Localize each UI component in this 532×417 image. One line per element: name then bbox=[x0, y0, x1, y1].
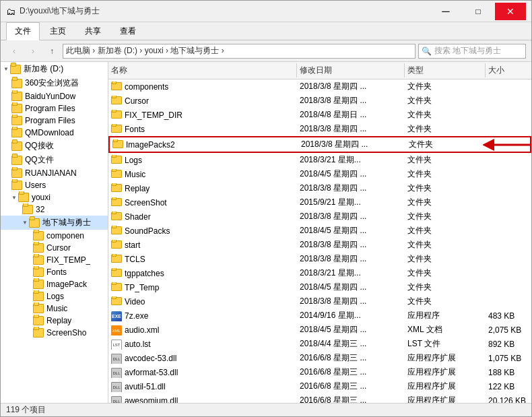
file-row[interactable]: tgppatches 2018/3/21 星期... 文件夹 bbox=[108, 266, 531, 280]
sidebar-item-cursor[interactable]: Cursor bbox=[1, 242, 108, 254]
file-row[interactable]: Fonts 2018/3/8 星期四 ... 文件夹 bbox=[108, 122, 531, 136]
sidebar-item-label: 地下城与勇士 bbox=[42, 217, 91, 228]
file-row[interactable]: TP_Temp 2018/4/5 星期四 ... 文件夹 bbox=[108, 280, 531, 294]
file-row[interactable]: Logs 2018/3/21 星期... 文件夹 bbox=[108, 153, 531, 167]
sidebar-item-label: ImagePack bbox=[46, 280, 87, 289]
file-name: avutil-51.dll bbox=[125, 382, 166, 391]
sidebar-item-users[interactable]: Users bbox=[1, 179, 108, 191]
maximize-button[interactable]: □ bbox=[463, 3, 494, 20]
file-row[interactable]: LST auto.lst 2018/4/4 星期三 ... LST 文件 892… bbox=[108, 337, 531, 351]
file-name: Logs bbox=[125, 156, 142, 165]
file-name: auto.lst bbox=[125, 340, 151, 349]
ribbon-tabs: 文件 主页 共享 查看 bbox=[1, 22, 531, 40]
file-row[interactable]: DLL avutil-51.dll 2016/6/8 星期三 ... 应用程序扩… bbox=[108, 379, 531, 393]
file-name: 7z.exe bbox=[125, 311, 148, 321]
sidebar-item-label: ScreenSho bbox=[46, 328, 86, 338]
sidebar-item-label: youxi bbox=[32, 193, 51, 202]
sidebar-item-label: Fonts bbox=[46, 267, 67, 277]
file-row[interactable]: EXE 7z.exe 2014/9/16 星期... 应用程序 483 KB bbox=[108, 309, 531, 323]
address-bar: ‹ › ↑ 此电脑 › 新加卷 (D:) › youxi › 地下城与勇士 › … bbox=[1, 40, 531, 62]
sidebar-item-progfiles1[interactable]: Program Files bbox=[1, 102, 108, 115]
minimize-button[interactable]: ─ bbox=[430, 3, 461, 20]
tab-file[interactable]: 文件 bbox=[6, 22, 40, 40]
file-name: TP_Temp bbox=[125, 283, 159, 292]
title-text: D:\youxi\地下城与勇士 bbox=[20, 5, 430, 17]
file-name: tgppatches bbox=[125, 269, 164, 278]
sidebar-item-label: Music bbox=[46, 304, 67, 313]
sidebar-item-label: 32 bbox=[36, 205, 44, 214]
ribbon: 文件 主页 共享 查看 bbox=[1, 22, 531, 40]
sidebar-item-qm[interactable]: QMDownload bbox=[1, 127, 108, 139]
sidebar-item-youxi[interactable]: ▼ youxi bbox=[1, 191, 108, 203]
sidebar-item-screenshot[interactable]: ScreenSho bbox=[1, 327, 108, 339]
sidebar-item-game[interactable]: ▼ 地下城与勇士 bbox=[1, 216, 108, 230]
sidebar-item-fixtemp[interactable]: FIX_TEMP_ bbox=[1, 254, 108, 266]
file-list-area: 名称 修改日期 类型 大小 components 2018/3/8 星期四 bbox=[108, 62, 531, 403]
header-name[interactable]: 名称 bbox=[108, 63, 297, 77]
header-size[interactable]: 大小 bbox=[486, 63, 531, 77]
file-row[interactable]: ScreenShot 2015/9/21 星期... 文件夹 bbox=[108, 195, 531, 210]
sidebar-item-label: BaiduYunDow bbox=[25, 92, 75, 101]
sidebar-item-32[interactable]: 32 bbox=[1, 203, 108, 216]
sidebar-item-label: FIX_TEMP_ bbox=[46, 255, 90, 265]
file-row[interactable]: Music 2018/4/5 星期四 ... 文件夹 bbox=[108, 167, 531, 181]
tab-share[interactable]: 共享 bbox=[76, 22, 110, 40]
file-row[interactable]: FIX_TEMP_DIR 2018/4/8 星期日 ... 文件夹 bbox=[108, 108, 531, 122]
file-row[interactable]: Replay 2018/3/8 星期四 ... 文件夹 bbox=[108, 181, 531, 195]
file-row[interactable]: XML audio.xml 2018/4/5 星期四 ... XML 文档 2,… bbox=[108, 323, 531, 337]
sidebar-item-label: componen bbox=[46, 231, 84, 240]
file-name: components bbox=[125, 82, 168, 92]
status-text: 119 个项目 bbox=[6, 404, 46, 416]
file-name: Fonts bbox=[125, 125, 145, 134]
file-list-header: 名称 修改日期 类型 大小 bbox=[108, 62, 531, 79]
sidebar-item-ruan[interactable]: RUANJIANAN bbox=[1, 167, 108, 179]
file-name: start bbox=[125, 240, 140, 250]
search-box[interactable]: 🔍 搜索 地下城与勇士 bbox=[418, 44, 526, 59]
file-row[interactable]: components 2018/3/8 星期四 ... 文件夹 bbox=[108, 79, 531, 94]
file-row[interactable]: start 2018/3/8 星期四 ... 文件夹 bbox=[108, 238, 531, 252]
file-name: Cursor bbox=[125, 96, 149, 106]
forward-button[interactable]: › bbox=[25, 43, 41, 59]
file-row[interactable]: Shader 2018/3/8 星期四 ... 文件夹 bbox=[108, 210, 531, 224]
sidebar-item-label: Logs bbox=[46, 292, 64, 301]
tab-view[interactable]: 查看 bbox=[111, 22, 145, 40]
red-arrow-indicator bbox=[483, 137, 531, 153]
header-type[interactable]: 类型 bbox=[405, 63, 486, 77]
sidebar-item-progfiles2[interactable]: Program Files bbox=[1, 115, 108, 127]
file-row[interactable]: DLL awesomium.dll 2016/6/8 星期三 ... 应用程序扩… bbox=[108, 393, 531, 403]
header-date[interactable]: 修改日期 bbox=[297, 63, 405, 77]
sidebar-item-label: QQ文件 bbox=[25, 154, 54, 166]
sidebar-item-label: 新加卷 (D:) bbox=[24, 63, 63, 75]
sidebar-item-drive[interactable]: ▼ 新加卷 (D:) bbox=[1, 62, 108, 76]
file-name: audio.xml bbox=[125, 325, 159, 335]
up-button[interactable]: ↑ bbox=[44, 43, 60, 59]
file-row[interactable]: Cursor 2018/3/8 星期四 ... 文件夹 bbox=[108, 94, 531, 108]
sidebar-item-music[interactable]: Music bbox=[1, 302, 108, 315]
sidebar-item-fonts[interactable]: Fonts bbox=[1, 266, 108, 278]
sidebar-item-comp[interactable]: componen bbox=[1, 230, 108, 242]
tab-home[interactable]: 主页 bbox=[41, 22, 75, 40]
sidebar-item-label: Program Files bbox=[25, 116, 75, 125]
address-breadcrumb[interactable]: 此电脑 › 新加卷 (D:) › youxi › 地下城与勇士 › bbox=[63, 44, 415, 59]
file-row[interactable]: DLL avcodec-53.dll 2016/6/8 星期三 ... 应用程序… bbox=[108, 351, 531, 365]
sidebar: ▼ 新加卷 (D:) 360安全浏览器 BaiduYunDow Program … bbox=[1, 62, 108, 403]
file-row[interactable]: Video 2018/3/8 星期四 ... 文件夹 bbox=[108, 294, 531, 309]
file-name: avcodec-53.dll bbox=[125, 354, 176, 363]
file-row[interactable]: TCLS 2018/3/8 星期四 ... 文件夹 bbox=[108, 252, 531, 266]
sidebar-item-360[interactable]: 360安全浏览器 bbox=[1, 76, 108, 90]
sidebar-item-baidu[interactable]: BaiduYunDow bbox=[1, 90, 108, 102]
sidebar-item-logs[interactable]: Logs bbox=[1, 290, 108, 302]
file-row[interactable]: SoundPacks 2018/4/5 星期四 ... 文件夹 bbox=[108, 224, 531, 238]
sidebar-item-replay[interactable]: Replay bbox=[1, 315, 108, 327]
sidebar-item-label: 360安全浏览器 bbox=[25, 77, 79, 89]
sidebar-item-imagepack[interactable]: ImagePack bbox=[1, 278, 108, 290]
sidebar-item-qqrecv[interactable]: QQ接收 bbox=[1, 139, 108, 153]
file-row-highlighted[interactable]: ImagePacks2 2018/3/8 星期四 ... 文件夹 bbox=[108, 136, 531, 153]
window-controls: ─ □ ✕ bbox=[430, 3, 526, 20]
main-area: ▼ 新加卷 (D:) 360安全浏览器 BaiduYunDow Program … bbox=[1, 62, 531, 403]
file-row[interactable]: DLL avformat-53.dll 2016/6/8 星期三 ... 应用程… bbox=[108, 365, 531, 379]
back-button[interactable]: ‹ bbox=[6, 43, 22, 59]
breadcrumb-text: 此电脑 › 新加卷 (D:) › youxi › 地下城与勇士 › bbox=[66, 45, 224, 57]
close-button[interactable]: ✕ bbox=[495, 3, 526, 20]
sidebar-item-qqfile[interactable]: QQ文件 bbox=[1, 153, 108, 167]
